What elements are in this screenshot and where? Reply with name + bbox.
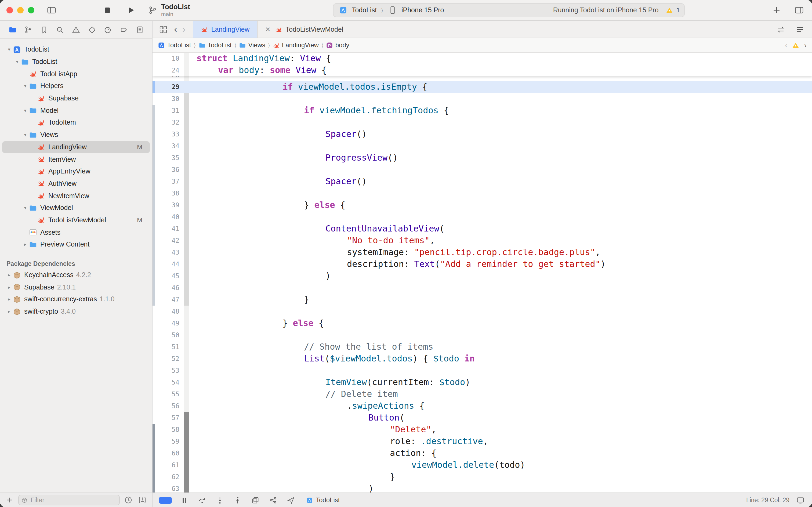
code-text[interactable] [189,282,812,294]
disclosure-open-icon[interactable]: ▾ [13,59,21,64]
stop-button[interactable] [102,5,113,15]
line-number[interactable]: 39 [155,199,179,211]
zoom-window-button[interactable] [28,7,35,13]
code-line-51[interactable]: 51// Show the list of items [153,341,812,353]
fold-ribbon[interactable] [184,64,189,76]
fold-ribbon[interactable] [184,483,189,493]
code-line-34[interactable]: 34 [153,140,812,152]
nav-item-todolist[interactable]: ▾TodoList [2,56,150,68]
code-line-59[interactable]: 59role: .destructive, [153,436,812,447]
navigator-toggle-icon[interactable] [46,5,57,15]
fold-ribbon[interactable] [184,81,189,93]
line-number[interactable]: 56 [155,400,179,412]
fold-ribbon[interactable] [184,353,189,365]
line-number[interactable]: 49 [155,318,179,329]
code-line-32[interactable]: 32 [153,117,812,128]
fold-ribbon[interactable] [184,93,189,105]
code-line-57[interactable]: 57Button( [153,412,812,424]
breadcrumb-views[interactable]: Views [239,41,265,49]
line-number[interactable]: 36 [155,164,179,176]
nav-item-todolistapp[interactable]: TodoListApp [2,68,150,80]
code-text[interactable]: struct LandingView: View { [189,53,812,64]
disclosure-open-icon[interactable]: ▾ [21,108,29,113]
fold-ribbon[interactable] [184,270,189,282]
code-text[interactable]: } else { [189,199,812,211]
breadcrumb-todolist[interactable]: TodoList [198,41,231,49]
line-number[interactable]: 61 [155,459,179,471]
code-line-58[interactable]: 58"Delete", [153,424,812,436]
minimize-window-button[interactable] [17,7,23,13]
code-line-24[interactable]: 24var body: some View { [153,64,812,76]
code-review-icon[interactable] [775,24,786,35]
disclosure-open-icon[interactable]: ▾ [21,132,29,137]
line-number[interactable]: 41 [155,223,179,235]
code-text[interactable] [189,93,812,105]
display-icon[interactable] [795,495,806,505]
code-line-45[interactable]: 45) [153,270,812,282]
line-number[interactable]: 29 [155,81,179,93]
simulate-location-icon[interactable] [285,495,296,505]
issue-warning-icon[interactable] [793,42,799,49]
code-text[interactable]: "No to-do items", [189,235,812,246]
code-line-53[interactable]: 53 [153,365,812,377]
fold-ribbon[interactable] [184,105,189,117]
pause-button[interactable] [179,495,189,505]
line-number[interactable]: 38 [155,187,179,199]
previous-issue-button[interactable]: ‹ [785,41,787,49]
code-text[interactable] [189,211,812,223]
nav-item-supabase[interactable]: ▸Supabase2.10.1 [2,281,150,293]
fold-ribbon[interactable] [184,246,189,258]
nav-item-itemview[interactable]: ItemView [2,153,150,165]
disclosure-open-icon[interactable]: ▾ [21,83,29,89]
line-number[interactable]: 51 [155,341,179,353]
fold-ribbon[interactable] [184,329,189,341]
scheme-name[interactable]: TodoList [352,6,377,14]
code-text[interactable]: description: Text("Add a reminder to get… [189,258,812,270]
line-number[interactable]: 28 [155,76,179,81]
code-line-60[interactable]: 60action: { [153,447,812,459]
line-number[interactable]: 31 [155,105,179,117]
add-item-button[interactable] [4,495,15,505]
fold-ribbon[interactable] [184,117,189,128]
navigator-find-icon[interactable] [55,24,65,35]
line-number[interactable]: 54 [155,377,179,388]
breadcrumb-body[interactable]: Pbody [326,41,349,49]
line-number[interactable]: 53 [155,365,179,377]
code-line-46[interactable]: 46 [153,282,812,294]
tab-todolistviewmodel[interactable]: ✕TodoListViewModel [257,21,351,38]
line-number[interactable]: 24 [155,64,179,76]
code-text[interactable] [189,329,812,341]
fold-ribbon[interactable] [184,471,189,483]
nav-item-todoitem[interactable]: TodoItem [2,117,150,129]
issues-badge[interactable]: 1 [664,5,680,15]
fold-ribbon[interactable] [184,53,189,64]
code-line-42[interactable]: 42"No to-do items", [153,235,812,246]
code-line-39[interactable]: 39} else { [153,199,812,211]
navigator-debug-icon[interactable] [103,24,113,35]
code-line-47[interactable]: 47} [153,294,812,305]
fold-ribbon[interactable] [184,436,189,447]
code-text[interactable] [189,117,812,128]
fold-ribbon[interactable] [184,76,189,81]
navigator-source-control-icon[interactable] [23,24,34,35]
code-text[interactable] [189,365,812,377]
nav-item-swift-crypto[interactable]: ▸swift-crypto3.4.0 [2,305,150,318]
nav-item-views[interactable]: ▾Views [2,129,150,141]
nav-item-model[interactable]: ▾Model [2,105,150,117]
fold-ribbon[interactable] [184,176,189,187]
fold-ribbon[interactable] [184,377,189,388]
code-text[interactable]: var body: some View { [189,64,812,76]
code-line-50[interactable]: 50 [153,329,812,341]
code-text[interactable]: } [189,471,812,483]
fold-ribbon[interactable] [184,424,189,436]
go-forward-button[interactable]: › [182,25,185,34]
code-line-48[interactable]: 48 [153,305,812,318]
nav-item-newitemview[interactable]: NewItemView [2,190,150,202]
line-number[interactable]: 30 [155,93,179,105]
step-into-button[interactable] [214,495,225,505]
editor-options-icon[interactable] [795,24,806,35]
line-number[interactable]: 32 [155,117,179,128]
code-text[interactable]: } else { [189,318,812,329]
disclosure-closed-icon[interactable]: ▸ [5,309,13,314]
inspector-toggle-icon[interactable] [794,5,805,15]
